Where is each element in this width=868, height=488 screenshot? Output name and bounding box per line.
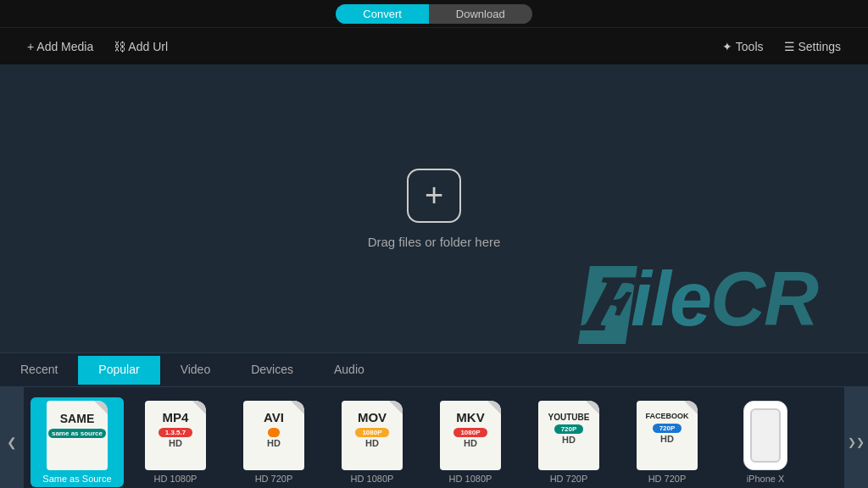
tab-audio[interactable]: Audio [314,356,385,385]
add-files-icon[interactable]: + [407,169,461,223]
tab-devices[interactable]: Devices [231,356,314,385]
add-url-button[interactable]: ⛓ Add Url [103,36,178,57]
tab-bar: Recent Popular Video Devices Audio [0,353,868,387]
tab-popular[interactable]: Popular [78,356,159,385]
add-url-label: ⛓ Add Url [114,40,168,53]
main-drop-area[interactable]: 𝑭ileCR + Drag files or folder here [0,64,868,352]
format-label-mov: HD 1080P [351,474,394,484]
add-media-label: + Add Media [27,40,93,53]
format-card-avi[interactable]: AVI HD HD 720P [227,397,320,487]
add-media-button[interactable]: + Add Media [17,36,103,57]
format-label-same: Same as Source [42,474,111,484]
scroll-right-button[interactable]: ❯❯ [844,387,868,488]
download-tab[interactable]: Download [429,4,532,24]
format-card-mov[interactable]: MOV 1080P HD HD 1080P [326,397,419,487]
convert-tab[interactable]: Convert [336,4,429,24]
drop-text: Drag files or folder here [368,235,501,249]
format-label-mp4: HD 1080P [154,474,198,484]
format-card-youtube[interactable]: YOUTUBE 720P HD HD 720P [522,397,615,487]
format-card-iphone[interactable]: iPhone X [719,397,812,487]
format-row-wrapper: ❮ SAME same as source Same as Source MP4… [0,387,868,488]
settings-button[interactable]: ☰ Settings [774,36,851,57]
tab-recent[interactable]: Recent [0,356,78,385]
format-label-avi: HD 720P [255,474,293,484]
format-card-mp4[interactable]: MP4 1.3.5.7 HD HD 1080P [129,397,222,487]
format-label-facebook: HD 720P [648,474,687,484]
settings-label: ☰ Settings [784,40,841,53]
tab-video[interactable]: Video [160,356,231,385]
format-label-youtube: HD 720P [550,474,588,484]
watermark: 𝑭ileCR [578,256,817,344]
tools-button[interactable]: ✦ Tools [712,36,773,57]
menu-bar: + Add Media ⛓ Add Url ✦ Tools ☰ Settings [0,27,868,64]
format-cards-list: SAME same as source Same as Source MP4 1… [24,389,844,488]
tools-label: ✦ Tools [722,40,763,53]
bottom-panel: Recent Popular Video Devices Audio ❮ SAM… [0,352,868,488]
format-card-facebook[interactable]: FACEBOOK 720P HD HD 720P [620,397,714,487]
format-label-iphone: iPhone X [747,474,785,484]
format-label-mkv: HD 1080P [449,474,492,484]
format-card-mkv[interactable]: MKV 1080P HD HD 1080P [424,397,517,487]
top-nav-bar: Convert Download [0,0,868,27]
watermark-f-icon: 𝑭 [578,266,637,344]
drop-zone[interactable]: + Drag files or folder here [368,169,501,249]
scroll-left-button[interactable]: ❮ [0,387,24,488]
format-card-same[interactable]: SAME same as source Same as Source [31,397,124,487]
